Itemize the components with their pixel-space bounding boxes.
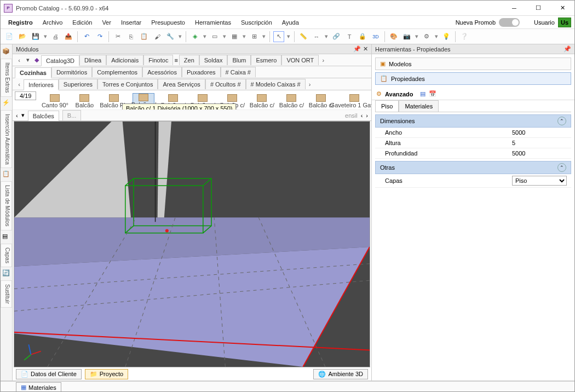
tab-adicionais[interactable]: Adicionais bbox=[106, 55, 143, 65]
calendar-icon[interactable]: 📅 bbox=[429, 90, 436, 97]
chain-icon[interactable]: 🔗 bbox=[331, 31, 342, 42]
tool-dropdown[interactable]: ▾ bbox=[178, 31, 182, 42]
lock-icon[interactable]: 🔒 bbox=[357, 31, 368, 42]
select-capas[interactable]: Piso bbox=[512, 176, 567, 186]
value-ancho[interactable]: 5000 bbox=[512, 129, 567, 136]
extras-icon[interactable]: 📦 bbox=[2, 48, 11, 56]
tab-dormitorios[interactable]: Dormitórios bbox=[51, 67, 92, 77]
vtab-lista[interactable]: Lista de Módulos bbox=[1, 181, 12, 230]
chev-left-icon[interactable]: ‹ bbox=[15, 57, 24, 64]
chev-left3-icon[interactable]: ‹ bbox=[16, 112, 18, 119]
menu-suscripcion[interactable]: Suscripción bbox=[237, 18, 277, 27]
module-balcao-9[interactable]: Balcão c/ bbox=[280, 94, 302, 108]
camera-icon[interactable]: 📷 bbox=[401, 31, 412, 42]
module-gaveteiro[interactable]: Gaveteiro 1 Gavet bbox=[340, 94, 369, 108]
rp-tab-modelos[interactable]: ▣ Modelos bbox=[375, 57, 571, 70]
grid-btn-icon[interactable]: ▤ bbox=[420, 90, 426, 97]
window-icon[interactable]: ▭ bbox=[209, 31, 220, 42]
value-profundidad[interactable]: 5000 bbox=[512, 150, 567, 157]
panel-close-icon[interactable]: ✕ bbox=[363, 45, 368, 53]
tab-ambiente-3d[interactable]: 🌐Ambiente 3D bbox=[313, 369, 368, 379]
tab-vonort[interactable]: VON ORT bbox=[281, 55, 319, 65]
tab-blum[interactable]: Blum bbox=[227, 55, 251, 65]
new-icon[interactable]: 📄 bbox=[4, 31, 15, 42]
chev-down-icon[interactable]: ▾ bbox=[24, 56, 32, 64]
tab-proyecto[interactable]: 📁Proyecto bbox=[85, 369, 128, 379]
nueva-promob-toggle[interactable] bbox=[499, 18, 520, 27]
chev-left2-icon[interactable]: ‹ bbox=[15, 81, 24, 88]
menu-insertar[interactable]: Insertar bbox=[117, 18, 146, 27]
export-icon[interactable]: 📤 bbox=[63, 31, 74, 42]
module-canto[interactable]: Canto 90° bbox=[44, 94, 66, 108]
pin-icon[interactable]: 📌 bbox=[353, 45, 361, 53]
pt-piso[interactable]: Piso bbox=[375, 100, 399, 112]
vtab-sustituir[interactable]: Sustituir bbox=[1, 280, 12, 308]
vtab-capas[interactable]: Capas bbox=[1, 244, 12, 267]
brush-icon[interactable]: 🖌 bbox=[152, 31, 163, 42]
pointer-icon[interactable]: ↖ bbox=[273, 31, 284, 42]
undo-icon[interactable]: ↶ bbox=[81, 31, 92, 42]
tab-materiales[interactable]: ▦ Materiales bbox=[16, 382, 61, 392]
module-balcao[interactable]: Balcão bbox=[73, 94, 95, 108]
print-icon[interactable]: 🖨 bbox=[50, 31, 61, 42]
tab-cozinhas[interactable]: Cozinhas bbox=[15, 67, 51, 78]
tab-esmero[interactable]: Esmero bbox=[251, 55, 281, 65]
chev-right2-icon[interactable]: › bbox=[306, 81, 314, 88]
viewport-3d[interactable] bbox=[14, 121, 370, 367]
copy-icon[interactable]: ⎘ bbox=[125, 31, 136, 42]
tab-area[interactable]: Area Serviços bbox=[158, 79, 205, 89]
color-icon[interactable]: 🎨 bbox=[388, 31, 399, 42]
value-altura[interactable]: 5 bbox=[512, 140, 567, 146]
dims-icon[interactable]: ↔ bbox=[311, 31, 322, 42]
rp-tab-propiedades[interactable]: 📋 Propiedades bbox=[375, 72, 571, 85]
layers2-icon[interactable]: ▤ bbox=[2, 233, 11, 241]
vtab-items-extras[interactable]: Items Extras bbox=[1, 59, 12, 97]
module-balcao-8[interactable]: Balcão c/ bbox=[251, 94, 273, 108]
tab-torres[interactable]: Torres e Conjuntos bbox=[97, 79, 158, 89]
tab-dlinea[interactable]: Dlinea bbox=[79, 55, 106, 65]
tab-puxadores[interactable]: Puxadores bbox=[182, 67, 221, 77]
minimize-button[interactable]: ─ bbox=[502, 1, 526, 16]
tab-ocultos[interactable]: # Ocultos # bbox=[205, 79, 246, 89]
subtab-balcoes[interactable]: Balcões bbox=[28, 111, 59, 122]
tab-finotoc[interactable]: Finotoc bbox=[143, 55, 173, 65]
tab-soldax[interactable]: Soldax bbox=[199, 55, 228, 65]
dim3d-icon[interactable]: 3D bbox=[370, 31, 381, 42]
layers-icon[interactable]: ▦ bbox=[229, 31, 240, 42]
tab-modelo[interactable]: # Modelo Caixas # bbox=[246, 79, 306, 89]
pt-materiales[interactable]: Materiales bbox=[399, 100, 439, 112]
cut-icon[interactable]: ✂ bbox=[112, 31, 123, 42]
paste-icon[interactable]: 📋 bbox=[139, 31, 150, 42]
user-badge[interactable]: Us bbox=[558, 18, 571, 27]
menu-ayuda[interactable]: Ayuda bbox=[278, 18, 303, 27]
help-icon[interactable]: ❔ bbox=[459, 31, 470, 42]
open-icon[interactable]: 📂 bbox=[17, 31, 28, 42]
tab-catalog3d[interactable]: Catalog3D bbox=[41, 55, 79, 66]
tab-superiores[interactable]: Superiores bbox=[59, 79, 97, 89]
module-balcao-10[interactable]: Balcão c/ bbox=[310, 94, 332, 108]
section-otras[interactable]: Otras ⌃ bbox=[375, 161, 571, 174]
section-dimensiones[interactable]: Dimensiones ⌃ bbox=[375, 114, 571, 128]
text-icon[interactable]: T bbox=[344, 31, 355, 42]
collapse-otras-icon[interactable]: ⌃ bbox=[557, 163, 566, 172]
tab-caixa[interactable]: # Caixa # bbox=[221, 67, 256, 77]
auto-icon[interactable]: ⚡ bbox=[2, 99, 11, 108]
swap-icon[interactable]: 🔄 bbox=[2, 269, 11, 278]
ruler-icon[interactable]: 📏 bbox=[298, 31, 309, 42]
menu-presupuesto[interactable]: Presupuesto bbox=[147, 18, 189, 27]
menu-herramientas[interactable]: Herramientas bbox=[191, 18, 235, 27]
light-icon[interactable]: 💡 bbox=[441, 31, 452, 42]
tab-inferiores[interactable]: Inferiores bbox=[24, 79, 59, 90]
gear-icon[interactable]: ⚙ bbox=[421, 31, 432, 42]
menu-edicion[interactable]: Edición bbox=[68, 18, 96, 27]
vtab-insercion[interactable]: Inserción Automática bbox=[1, 110, 12, 169]
chev-right-icon[interactable]: › bbox=[319, 57, 327, 64]
menu-registro[interactable]: Registro bbox=[4, 18, 37, 27]
tab-acessorios[interactable]: Acessórios bbox=[142, 67, 182, 77]
tab-zen[interactable]: Zen bbox=[179, 55, 199, 65]
close-button[interactable]: ✕ bbox=[550, 1, 574, 16]
maximize-button[interactable]: ☐ bbox=[526, 1, 550, 16]
tab-datos-cliente[interactable]: 📄Datos del Cliente bbox=[16, 369, 82, 379]
save-dropdown[interactable]: ▾ bbox=[43, 31, 48, 42]
menu-archivo[interactable]: Archivo bbox=[38, 18, 67, 27]
